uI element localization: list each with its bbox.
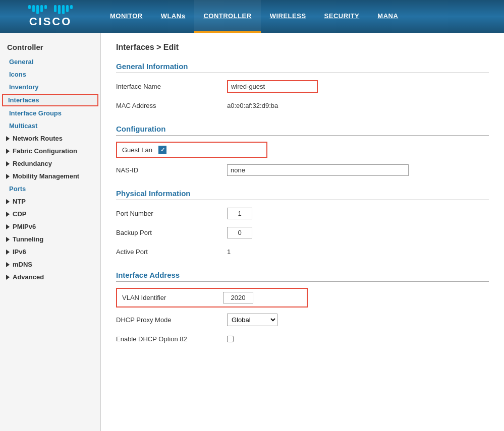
expand-arrow-redundancy xyxy=(6,161,10,166)
expand-arrow-network-routes xyxy=(6,136,10,141)
sidebar-item-cdp-label: CDP xyxy=(13,210,26,218)
backup-port-input[interactable] xyxy=(227,227,252,238)
sidebar-item-interface-groups[interactable]: Interface Groups xyxy=(0,107,100,119)
port-number-label: Port Number xyxy=(116,210,227,217)
interface-address-section: Interface Address VLAN Identifier DHCP P… xyxy=(116,271,489,346)
sidebar-item-ipv6-label: IPv6 xyxy=(13,248,26,256)
sidebar-item-mobility-management[interactable]: Mobility Management xyxy=(0,170,100,182)
port-number-row: Port Number xyxy=(116,206,489,220)
nav-monitor-label: MONITOR xyxy=(110,12,143,20)
main-container: Controller General Icons Inventory Inter… xyxy=(0,33,504,431)
nav-controller[interactable]: CONTROLLER xyxy=(194,0,260,33)
sidebar: Controller General Icons Inventory Inter… xyxy=(0,33,101,431)
expand-arrow-ntp xyxy=(6,199,10,204)
logo-bar-8 xyxy=(58,5,61,14)
backup-port-label: Backup Port xyxy=(116,229,227,236)
logo-bar-5 xyxy=(44,5,47,9)
sidebar-item-interfaces[interactable]: Interfaces xyxy=(2,94,98,106)
nav-monitor[interactable]: MONITOR xyxy=(101,0,152,33)
sidebar-item-mdns[interactable]: mDNS xyxy=(0,258,100,271)
sidebar-item-mobility-label: Mobility Management xyxy=(13,172,79,180)
backup-port-row: Backup Port xyxy=(116,225,489,239)
dhcp-proxy-mode-row: DHCP Proxy Mode Global Enabled Disabled xyxy=(116,313,489,327)
sidebar-item-ntp[interactable]: NTP xyxy=(0,195,100,208)
dhcp-option82-row: Enable DHCP Option 82 xyxy=(116,332,489,346)
cisco-bars xyxy=(28,5,73,14)
active-port-value: 1 xyxy=(227,248,231,256)
configuration-header: Configuration xyxy=(116,125,489,136)
sidebar-item-network-routes[interactable]: Network Routes xyxy=(0,132,100,145)
logo-bar-3 xyxy=(36,5,39,14)
sidebar-item-fabric-label: Fabric Configuration xyxy=(13,147,77,155)
logo-bar-4 xyxy=(40,5,43,12)
sidebar-item-inventory[interactable]: Inventory xyxy=(0,81,100,93)
sidebar-item-tunneling[interactable]: Tunneling xyxy=(0,233,100,245)
sidebar-item-cdp[interactable]: CDP xyxy=(0,208,100,220)
page-title: Interfaces > Edit xyxy=(116,43,489,52)
expand-arrow-advanced xyxy=(6,275,10,280)
nas-id-row: NAS-ID xyxy=(116,163,489,177)
cisco-logo: CISCO xyxy=(28,5,73,28)
guest-lan-label: Guest Lan xyxy=(122,146,152,154)
dhcp-proxy-mode-select[interactable]: Global Enabled Disabled xyxy=(227,314,277,326)
expand-arrow-tunneling xyxy=(6,237,10,242)
expand-arrow-mobility xyxy=(6,174,10,179)
sidebar-item-redundancy[interactable]: Redundancy xyxy=(0,157,100,170)
sidebar-item-fabric-configuration[interactable]: Fabric Configuration xyxy=(0,145,100,157)
sidebar-item-advanced[interactable]: Advanced xyxy=(0,271,100,283)
port-number-input[interactable] xyxy=(227,208,252,219)
nav-wlans-label: WLANs xyxy=(161,12,186,20)
nas-id-label: NAS-ID xyxy=(116,166,227,174)
vlan-identifier-input[interactable] xyxy=(223,292,253,303)
sidebar-item-icons[interactable]: Icons xyxy=(0,68,100,81)
nav-wireless[interactable]: WIRELESS xyxy=(261,0,315,33)
logo-bar-8b xyxy=(62,5,65,14)
nav-management-label: MANA xyxy=(377,12,398,20)
guest-lan-checkbox[interactable] xyxy=(158,146,166,154)
nav-wireless-label: WIRELESS xyxy=(270,12,306,20)
active-port-label: Active Port xyxy=(116,248,227,256)
navbar-logo: CISCO xyxy=(0,0,101,33)
sidebar-item-network-routes-label: Network Routes xyxy=(13,135,63,142)
interface-name-input[interactable] xyxy=(227,80,318,93)
sidebar-item-tunneling-label: Tunneling xyxy=(13,235,43,243)
interface-address-header: Interface Address xyxy=(116,271,489,282)
sidebar-item-pmipv6[interactable]: PMIPv6 xyxy=(0,220,100,233)
dhcp-option82-checkbox[interactable] xyxy=(227,336,234,342)
navbar: CISCO MONITOR WLANs CONTROLLER WIRELESS … xyxy=(0,0,504,33)
physical-information-header: Physical Information xyxy=(116,189,489,200)
nav-security[interactable]: SECURITY xyxy=(315,0,369,33)
nav-management[interactable]: MANA xyxy=(368,0,407,33)
interface-name-label: Interface Name xyxy=(116,83,227,90)
sidebar-item-mdns-label: mDNS xyxy=(13,261,32,268)
general-information-header: General Information xyxy=(116,62,489,73)
navbar-menu: MONITOR WLANs CONTROLLER WIRELESS SECURI… xyxy=(101,0,504,33)
sidebar-item-redundancy-label: Redundancy xyxy=(13,160,52,167)
expand-arrow-ipv6 xyxy=(6,250,10,255)
sidebar-title: Controller xyxy=(0,38,100,55)
mac-address-value: a0:e0:af:32:d9:ba xyxy=(227,102,278,109)
sidebar-item-ipv6[interactable]: IPv6 xyxy=(0,245,100,258)
nav-controller-label: CONTROLLER xyxy=(203,12,251,20)
logo-bar-7 xyxy=(54,5,57,12)
content-area: Interfaces > Edit General Information In… xyxy=(101,33,504,431)
nav-wlans[interactable]: WLANs xyxy=(152,0,195,33)
dhcp-proxy-mode-label: DHCP Proxy Mode xyxy=(116,316,227,324)
sidebar-item-ports[interactable]: Ports xyxy=(0,182,100,195)
mac-address-row: MAC Address a0:e0:af:32:d9:ba xyxy=(116,98,489,112)
guest-lan-row: Guest Lan xyxy=(116,142,267,158)
nav-security-label: SECURITY xyxy=(324,12,360,20)
nas-id-input[interactable] xyxy=(227,164,409,176)
mac-address-label: MAC Address xyxy=(116,102,227,109)
vlan-identifier-label: VLAN Identifier xyxy=(122,294,223,301)
expand-arrow-cdp xyxy=(6,212,10,217)
expand-arrow-mdns xyxy=(6,262,10,267)
sidebar-item-multicast[interactable]: Multicast xyxy=(0,119,100,132)
physical-information-section: Physical Information Port Number Backup … xyxy=(116,189,489,259)
sidebar-item-advanced-label: Advanced xyxy=(13,273,44,281)
vlan-identifier-row: VLAN Identifier xyxy=(116,288,308,307)
interface-name-row: Interface Name xyxy=(116,79,489,93)
configuration-section: Configuration Guest Lan NAS-ID xyxy=(116,125,489,177)
logo-spacer xyxy=(48,5,52,14)
sidebar-item-general[interactable]: General xyxy=(0,55,100,68)
